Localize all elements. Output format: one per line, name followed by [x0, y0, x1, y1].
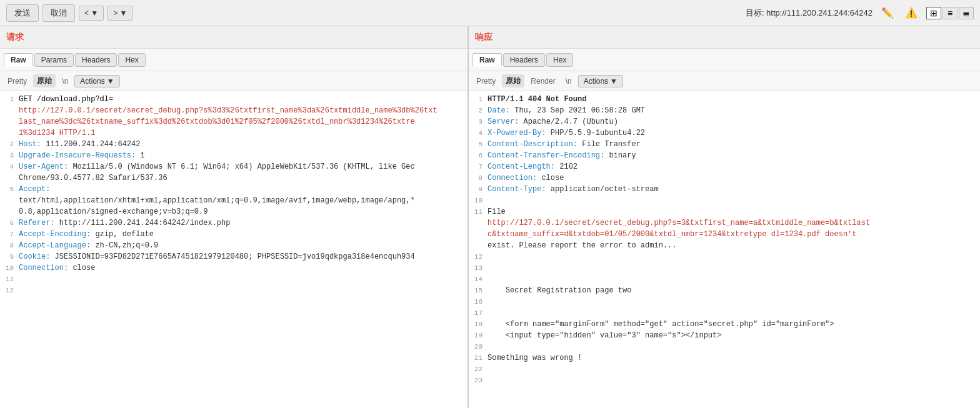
- nav-back-button[interactable]: < ▼: [79, 6, 104, 21]
- line-content: Accept-Encoding: gzip, deflate: [19, 229, 468, 240]
- line-content: Connection: close: [488, 172, 980, 184]
- code-line: http://127.0.0.1/secret/secret_debug.php…: [469, 217, 980, 229]
- line-number: 23: [469, 375, 488, 386]
- code-line: 18 <form name="marginForm" method="get" …: [469, 319, 980, 330]
- line-number: 2: [469, 105, 488, 116]
- right-actions-button[interactable]: Actions ▼: [578, 75, 623, 87]
- code-line: 0.8,application/signed-exchange;v=b3;q=0…: [0, 206, 468, 217]
- line-content: Host: 111.200.241.244:64242: [19, 139, 468, 150]
- code-line: 8 Accept-Language: zh-CN,zh;q=0.9: [0, 240, 468, 251]
- right-actions-label: Actions: [584, 77, 608, 86]
- code-line: 6 Referer: http://111.200.241.244:64242/…: [0, 217, 468, 229]
- edit-target-button[interactable]: ✏️: [879, 6, 896, 20]
- right-tab-hex[interactable]: Hex: [546, 53, 573, 67]
- code-line: exist. Please report the error to admin.…: [469, 240, 980, 251]
- left-panel-header: 请求: [0, 26, 468, 49]
- line-content: http://127.0.0.1/secret/secret_debug.php…: [19, 105, 468, 116]
- code-line: 21 Something was wrong !: [469, 352, 980, 364]
- view-mode-single-button[interactable]: ≣: [959, 7, 974, 19]
- code-line: 14: [469, 274, 980, 285]
- line-number: 22: [469, 364, 488, 375]
- code-line: 1 HTTP/1.1 404 Not Found: [469, 94, 980, 105]
- view-mode-horizontal-button[interactable]: ≡: [942, 7, 958, 19]
- left-panel-title: 请求: [6, 32, 24, 43]
- code-line: 22: [469, 364, 980, 375]
- line-number: 20: [469, 341, 488, 352]
- info-button[interactable]: ⚠️: [902, 6, 920, 20]
- line-content: Cookie: JSESSIONID=93FD82D271E7665A74518…: [19, 251, 468, 262]
- line-number: 8: [469, 172, 488, 184]
- left-tab-hex[interactable]: Hex: [118, 53, 145, 67]
- code-line: 10 Connection: close: [0, 262, 468, 274]
- line-number: 12: [469, 251, 488, 262]
- line-number: 6: [0, 217, 19, 229]
- nav-forward-button[interactable]: > ▼: [108, 6, 132, 21]
- cancel-button[interactable]: 取消: [42, 4, 75, 22]
- line-content: Accept:: [19, 184, 468, 195]
- code-line: 23: [469, 375, 980, 386]
- right-panel-header: 响应: [469, 26, 980, 49]
- right-sub-toolbar: Pretty 原始 Render \n Actions ▼: [469, 71, 980, 91]
- view-mode-split-button[interactable]: ⊞: [926, 7, 941, 19]
- left-tab-headers[interactable]: Headers: [75, 53, 117, 67]
- right-tabs-row: Raw Headers Hex: [469, 49, 980, 71]
- left-raw-button[interactable]: 原始: [33, 74, 56, 87]
- left-code-area[interactable]: 1 GET /download.php?dl= http://127.0.0.1…: [0, 91, 468, 408]
- code-line: 11 File: [469, 206, 980, 217]
- line-content: Content-Length: 2102: [488, 161, 980, 172]
- right-raw-button[interactable]: 原始: [502, 74, 524, 87]
- right-newline-button[interactable]: \n: [562, 76, 576, 87]
- line-content: Connection: close: [19, 262, 468, 274]
- code-line: 15 Secret Registration page two: [469, 285, 980, 296]
- send-button[interactable]: 发送: [6, 4, 39, 22]
- line-content: Upgrade-Insecure-Requests: 1: [19, 150, 468, 161]
- nav-back-label: < ▼: [84, 9, 98, 17]
- line-content: Content-Description: File Transfer: [488, 139, 980, 150]
- code-line: 19 <input type="hidden" value="3" name="…: [469, 330, 980, 341]
- line-content: Content-Transfer-Encoding: binary: [488, 150, 980, 161]
- left-actions-chevron: ▼: [107, 77, 114, 86]
- right-tab-headers[interactable]: Headers: [503, 53, 545, 67]
- line-content: Something was wrong !: [488, 352, 980, 364]
- line-number: 9: [469, 184, 488, 195]
- line-number: 18: [469, 319, 488, 330]
- line-content: Referer: http://111.200.241.244:64242/in…: [19, 217, 468, 229]
- code-line: text/html,application/xhtml+xml,applicat…: [0, 195, 468, 206]
- left-pretty-button[interactable]: Pretty: [4, 76, 31, 87]
- left-tab-params[interactable]: Params: [34, 53, 74, 67]
- left-tab-raw[interactable]: Raw: [4, 53, 33, 67]
- line-number: 9: [0, 251, 19, 262]
- code-line: 7 Content-Length: 2102: [469, 161, 980, 172]
- right-render-button[interactable]: Render: [527, 76, 559, 87]
- line-content: last_name%3dc%26txtname_suffix%3dd%26txt…: [19, 116, 468, 127]
- code-line: 7 Accept-Encoding: gzip, deflate: [0, 229, 468, 240]
- right-tab-raw[interactable]: Raw: [472, 53, 502, 67]
- code-line: 13: [469, 262, 980, 274]
- line-number: 5: [0, 184, 19, 195]
- code-line: 3 Server: Apache/2.4.7 (Ubuntu): [469, 116, 980, 127]
- right-code-area[interactable]: 1 HTTP/1.1 404 Not Found 2 Date: Thu, 23…: [469, 91, 980, 408]
- left-actions-button[interactable]: Actions ▼: [74, 75, 119, 87]
- code-line: 1%3d1234 HTTP/1.1: [0, 127, 468, 139]
- code-line: last_name%3dc%26txtname_suffix%3dd%26txt…: [0, 116, 468, 127]
- code-line: http://127.0.0.1/secret/secret_debug.php…: [0, 105, 468, 116]
- line-number: 12: [0, 285, 19, 296]
- target-url-label: 目标: http://111.200.241.244:64242: [746, 7, 872, 19]
- code-line: 2 Host: 111.200.241.244:64242: [0, 139, 468, 150]
- code-line: 2 Date: Thu, 23 Sep 2021 06:58:28 GMT: [469, 105, 980, 116]
- line-content: 0.8,application/signed-exchange;v=b3;q=0…: [19, 206, 468, 217]
- line-content: X-Powered-By: PHP/5.5.9-1ubuntu4.22: [488, 127, 980, 139]
- line-content: <input type="hidden" value="3" name="s">…: [488, 330, 980, 341]
- code-line: 17: [469, 307, 980, 319]
- toolbar-left: 发送 取消 < ▼ > ▼: [6, 4, 742, 22]
- line-number: 1: [0, 94, 19, 105]
- toolbar-right: 目标: http://111.200.241.244:64242 ✏️ ⚠️ ⊞…: [746, 6, 974, 20]
- line-content: text/html,application/xhtml+xml,applicat…: [19, 195, 468, 206]
- line-number: 17: [469, 307, 488, 319]
- line-number: 3: [0, 150, 19, 161]
- code-line: 5 Content-Description: File Transfer: [469, 139, 980, 150]
- line-number: 1: [469, 94, 488, 105]
- line-content: Chrome/93.0.4577.82 Safari/537.36: [19, 172, 468, 184]
- left-newline-button[interactable]: \n: [58, 76, 72, 87]
- right-pretty-button[interactable]: Pretty: [472, 76, 499, 87]
